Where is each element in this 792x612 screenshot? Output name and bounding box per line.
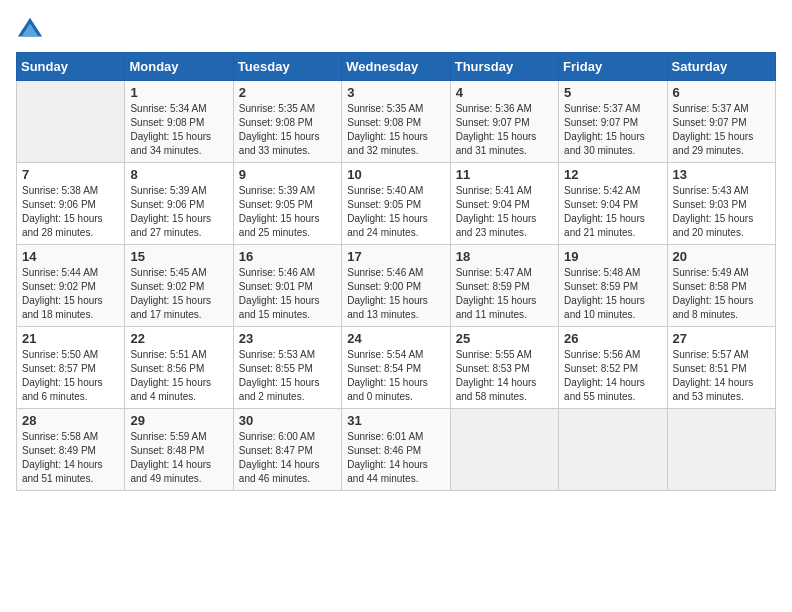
day-cell: 12Sunrise: 5:42 AM Sunset: 9:04 PM Dayli…: [559, 163, 667, 245]
day-number: 22: [130, 331, 227, 346]
day-cell: 15Sunrise: 5:45 AM Sunset: 9:02 PM Dayli…: [125, 245, 233, 327]
day-cell: 28Sunrise: 5:58 AM Sunset: 8:49 PM Dayli…: [17, 409, 125, 491]
logo: [16, 16, 48, 44]
day-number: 8: [130, 167, 227, 182]
day-cell: 6Sunrise: 5:37 AM Sunset: 9:07 PM Daylig…: [667, 81, 775, 163]
week-row-4: 21Sunrise: 5:50 AM Sunset: 8:57 PM Dayli…: [17, 327, 776, 409]
week-row-3: 14Sunrise: 5:44 AM Sunset: 9:02 PM Dayli…: [17, 245, 776, 327]
day-cell: 1Sunrise: 5:34 AM Sunset: 9:08 PM Daylig…: [125, 81, 233, 163]
day-number: 6: [673, 85, 770, 100]
day-info: Sunrise: 5:53 AM Sunset: 8:55 PM Dayligh…: [239, 348, 336, 404]
day-info: Sunrise: 6:01 AM Sunset: 8:46 PM Dayligh…: [347, 430, 444, 486]
day-cell: 8Sunrise: 5:39 AM Sunset: 9:06 PM Daylig…: [125, 163, 233, 245]
week-row-1: 1Sunrise: 5:34 AM Sunset: 9:08 PM Daylig…: [17, 81, 776, 163]
week-row-2: 7Sunrise: 5:38 AM Sunset: 9:06 PM Daylig…: [17, 163, 776, 245]
day-number: 29: [130, 413, 227, 428]
calendar-table: SundayMondayTuesdayWednesdayThursdayFrid…: [16, 52, 776, 491]
day-cell: 22Sunrise: 5:51 AM Sunset: 8:56 PM Dayli…: [125, 327, 233, 409]
day-cell: 30Sunrise: 6:00 AM Sunset: 8:47 PM Dayli…: [233, 409, 341, 491]
header-row: SundayMondayTuesdayWednesdayThursdayFrid…: [17, 53, 776, 81]
day-info: Sunrise: 5:39 AM Sunset: 9:05 PM Dayligh…: [239, 184, 336, 240]
header-cell-tuesday: Tuesday: [233, 53, 341, 81]
day-number: 30: [239, 413, 336, 428]
day-cell: 24Sunrise: 5:54 AM Sunset: 8:54 PM Dayli…: [342, 327, 450, 409]
day-cell: 29Sunrise: 5:59 AM Sunset: 8:48 PM Dayli…: [125, 409, 233, 491]
day-cell: [450, 409, 558, 491]
day-cell: 20Sunrise: 5:49 AM Sunset: 8:58 PM Dayli…: [667, 245, 775, 327]
page-header: [16, 16, 776, 44]
day-number: 10: [347, 167, 444, 182]
day-info: Sunrise: 5:34 AM Sunset: 9:08 PM Dayligh…: [130, 102, 227, 158]
day-cell: 21Sunrise: 5:50 AM Sunset: 8:57 PM Dayli…: [17, 327, 125, 409]
day-cell: 16Sunrise: 5:46 AM Sunset: 9:01 PM Dayli…: [233, 245, 341, 327]
day-cell: 17Sunrise: 5:46 AM Sunset: 9:00 PM Dayli…: [342, 245, 450, 327]
header-cell-thursday: Thursday: [450, 53, 558, 81]
day-info: Sunrise: 5:49 AM Sunset: 8:58 PM Dayligh…: [673, 266, 770, 322]
day-info: Sunrise: 6:00 AM Sunset: 8:47 PM Dayligh…: [239, 430, 336, 486]
day-cell: 18Sunrise: 5:47 AM Sunset: 8:59 PM Dayli…: [450, 245, 558, 327]
day-number: 28: [22, 413, 119, 428]
day-number: 1: [130, 85, 227, 100]
header-cell-wednesday: Wednesday: [342, 53, 450, 81]
day-number: 19: [564, 249, 661, 264]
day-cell: 19Sunrise: 5:48 AM Sunset: 8:59 PM Dayli…: [559, 245, 667, 327]
logo-icon: [16, 16, 44, 44]
day-info: Sunrise: 5:44 AM Sunset: 9:02 PM Dayligh…: [22, 266, 119, 322]
day-info: Sunrise: 5:42 AM Sunset: 9:04 PM Dayligh…: [564, 184, 661, 240]
day-info: Sunrise: 5:59 AM Sunset: 8:48 PM Dayligh…: [130, 430, 227, 486]
day-number: 21: [22, 331, 119, 346]
day-cell: 14Sunrise: 5:44 AM Sunset: 9:02 PM Dayli…: [17, 245, 125, 327]
day-info: Sunrise: 5:46 AM Sunset: 9:01 PM Dayligh…: [239, 266, 336, 322]
day-cell: 23Sunrise: 5:53 AM Sunset: 8:55 PM Dayli…: [233, 327, 341, 409]
day-info: Sunrise: 5:37 AM Sunset: 9:07 PM Dayligh…: [673, 102, 770, 158]
day-number: 9: [239, 167, 336, 182]
day-number: 7: [22, 167, 119, 182]
day-info: Sunrise: 5:51 AM Sunset: 8:56 PM Dayligh…: [130, 348, 227, 404]
day-number: 15: [130, 249, 227, 264]
day-info: Sunrise: 5:39 AM Sunset: 9:06 PM Dayligh…: [130, 184, 227, 240]
day-info: Sunrise: 5:58 AM Sunset: 8:49 PM Dayligh…: [22, 430, 119, 486]
day-cell: [667, 409, 775, 491]
day-cell: 7Sunrise: 5:38 AM Sunset: 9:06 PM Daylig…: [17, 163, 125, 245]
day-number: 20: [673, 249, 770, 264]
day-cell: [559, 409, 667, 491]
day-cell: 5Sunrise: 5:37 AM Sunset: 9:07 PM Daylig…: [559, 81, 667, 163]
day-cell: [17, 81, 125, 163]
day-info: Sunrise: 5:41 AM Sunset: 9:04 PM Dayligh…: [456, 184, 553, 240]
day-info: Sunrise: 5:37 AM Sunset: 9:07 PM Dayligh…: [564, 102, 661, 158]
day-cell: 26Sunrise: 5:56 AM Sunset: 8:52 PM Dayli…: [559, 327, 667, 409]
day-cell: 11Sunrise: 5:41 AM Sunset: 9:04 PM Dayli…: [450, 163, 558, 245]
day-info: Sunrise: 5:43 AM Sunset: 9:03 PM Dayligh…: [673, 184, 770, 240]
day-number: 16: [239, 249, 336, 264]
day-number: 3: [347, 85, 444, 100]
day-cell: 13Sunrise: 5:43 AM Sunset: 9:03 PM Dayli…: [667, 163, 775, 245]
day-cell: 2Sunrise: 5:35 AM Sunset: 9:08 PM Daylig…: [233, 81, 341, 163]
day-cell: 27Sunrise: 5:57 AM Sunset: 8:51 PM Dayli…: [667, 327, 775, 409]
day-number: 2: [239, 85, 336, 100]
day-info: Sunrise: 5:56 AM Sunset: 8:52 PM Dayligh…: [564, 348, 661, 404]
day-number: 11: [456, 167, 553, 182]
day-number: 23: [239, 331, 336, 346]
day-cell: 10Sunrise: 5:40 AM Sunset: 9:05 PM Dayli…: [342, 163, 450, 245]
day-cell: 3Sunrise: 5:35 AM Sunset: 9:08 PM Daylig…: [342, 81, 450, 163]
header-cell-monday: Monday: [125, 53, 233, 81]
day-info: Sunrise: 5:36 AM Sunset: 9:07 PM Dayligh…: [456, 102, 553, 158]
day-number: 12: [564, 167, 661, 182]
day-info: Sunrise: 5:47 AM Sunset: 8:59 PM Dayligh…: [456, 266, 553, 322]
day-number: 17: [347, 249, 444, 264]
day-info: Sunrise: 5:45 AM Sunset: 9:02 PM Dayligh…: [130, 266, 227, 322]
day-number: 31: [347, 413, 444, 428]
day-number: 24: [347, 331, 444, 346]
day-number: 14: [22, 249, 119, 264]
day-info: Sunrise: 5:38 AM Sunset: 9:06 PM Dayligh…: [22, 184, 119, 240]
day-number: 4: [456, 85, 553, 100]
day-number: 27: [673, 331, 770, 346]
header-cell-saturday: Saturday: [667, 53, 775, 81]
day-info: Sunrise: 5:48 AM Sunset: 8:59 PM Dayligh…: [564, 266, 661, 322]
day-cell: 9Sunrise: 5:39 AM Sunset: 9:05 PM Daylig…: [233, 163, 341, 245]
day-info: Sunrise: 5:46 AM Sunset: 9:00 PM Dayligh…: [347, 266, 444, 322]
day-cell: 31Sunrise: 6:01 AM Sunset: 8:46 PM Dayli…: [342, 409, 450, 491]
day-info: Sunrise: 5:50 AM Sunset: 8:57 PM Dayligh…: [22, 348, 119, 404]
day-info: Sunrise: 5:55 AM Sunset: 8:53 PM Dayligh…: [456, 348, 553, 404]
day-info: Sunrise: 5:54 AM Sunset: 8:54 PM Dayligh…: [347, 348, 444, 404]
